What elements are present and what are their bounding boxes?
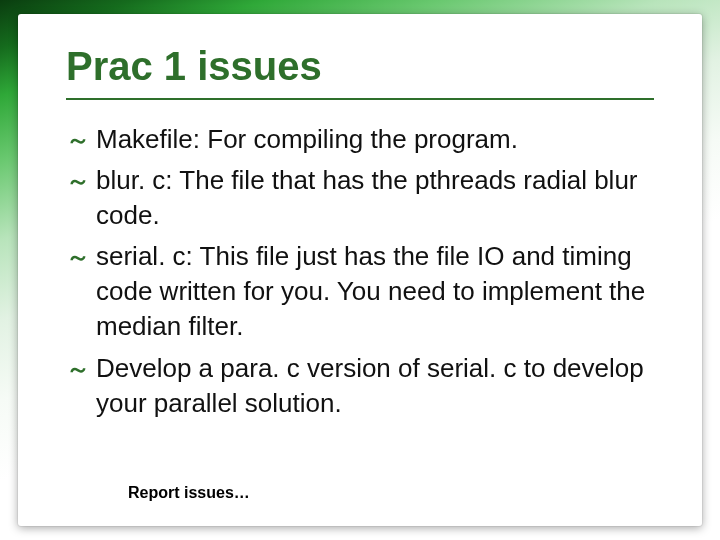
- swirl-bullet-icon: ～: [66, 124, 96, 156]
- list-item: ～Makefile: For compiling the program.: [66, 122, 654, 157]
- swirl-bullet-icon: ～: [66, 353, 96, 385]
- list-item: ～Develop a para. c version of serial. c …: [66, 351, 654, 421]
- bullet-text: Makefile: For compiling the program.: [96, 124, 518, 154]
- swirl-bullet-icon: ～: [66, 241, 96, 273]
- bullet-text: Develop a para. c version of serial. c t…: [96, 353, 644, 418]
- title-rule: [66, 98, 654, 100]
- footer-note: Report issues…: [128, 484, 250, 502]
- list-item: ～serial. c: This file just has the file …: [66, 239, 654, 344]
- slide-card: Prac 1 issues ～Makefile: For compiling t…: [18, 14, 702, 526]
- bullet-text: serial. c: This file just has the file I…: [96, 241, 645, 341]
- bullet-list: ～Makefile: For compiling the program. ～b…: [66, 122, 654, 421]
- list-item: ～blur. c: The file that has the pthreads…: [66, 163, 654, 233]
- slide-background: Prac 1 issues ～Makefile: For compiling t…: [0, 0, 720, 540]
- bullet-text: blur. c: The file that has the pthreads …: [96, 165, 638, 230]
- slide-title: Prac 1 issues: [66, 44, 654, 88]
- swirl-bullet-icon: ～: [66, 165, 96, 197]
